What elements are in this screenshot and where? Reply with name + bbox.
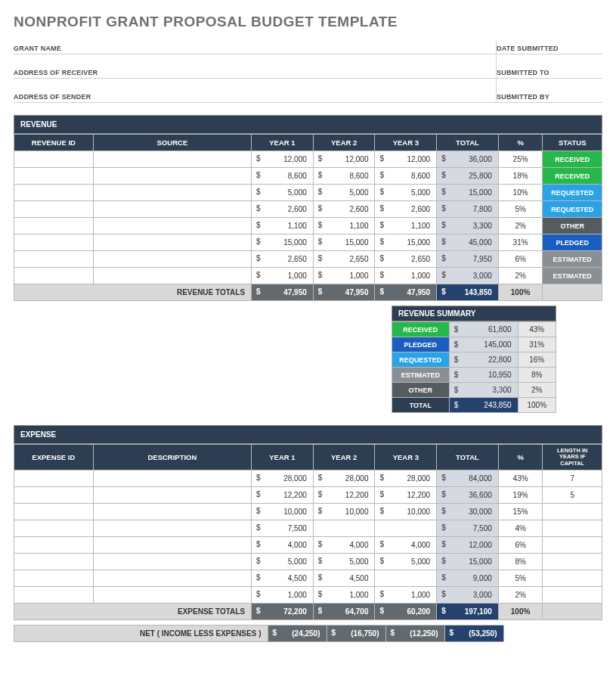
money-cell[interactable]: $3,300 [437,218,499,234]
status-badge[interactable]: REQUESTED [543,201,602,218]
money-cell[interactable]: $8,600 [252,168,314,185]
length-cell[interactable] [543,520,602,536]
money-cell[interactable]: $12,000 [313,151,375,168]
source-cell[interactable] [93,268,251,284]
length-cell[interactable] [543,536,602,553]
money-cell[interactable]: $4,000 [375,536,437,553]
money-cell[interactable]: $12,200 [375,486,437,503]
status-badge[interactable]: OTHER [543,218,602,234]
status-badge[interactable]: ESTIMATED [543,251,602,268]
description-cell[interactable] [93,586,251,603]
money-cell[interactable]: $7,950 [437,251,499,268]
revenue-id-cell[interactable] [14,185,94,201]
length-cell[interactable] [543,503,602,520]
money-cell[interactable]: $1,000 [252,268,314,284]
money-cell[interactable]: $84,000 [437,470,499,486]
expense-id-cell[interactable] [14,536,94,553]
money-cell[interactable]: $7,500 [252,520,314,536]
money-cell[interactable]: $1,000 [375,268,437,284]
money-cell[interactable]: $2,650 [375,251,437,268]
length-cell[interactable]: 5 [543,486,602,503]
money-cell[interactable]: $2,600 [252,201,314,218]
source-cell[interactable] [93,151,251,168]
money-cell[interactable]: $5,000 [252,185,314,201]
length-cell[interactable] [543,586,602,603]
revenue-id-cell[interactable] [14,201,94,218]
money-cell[interactable]: $36,600 [437,486,499,503]
status-badge[interactable]: ESTIMATED [543,268,602,284]
money-cell[interactable]: $8,600 [375,168,437,185]
money-cell[interactable]: $7,800 [437,201,499,218]
money-cell[interactable]: $47,950 [252,284,314,301]
source-cell[interactable] [93,168,251,185]
money-cell[interactable]: $5,000 [375,185,437,201]
money-cell[interactable]: $28,000 [313,470,375,486]
status-badge[interactable]: RECEIVED [543,151,602,168]
money-cell[interactable]: $15,000 [252,234,314,251]
status-badge[interactable]: RECEIVED [543,168,602,185]
money-cell[interactable]: $5,000 [313,553,375,570]
money-cell[interactable]: $2,600 [375,201,437,218]
money-cell[interactable]: $8,600 [313,168,375,185]
money-cell[interactable]: $3,000 [437,268,499,284]
money-cell[interactable]: $(24,250) [268,625,327,641]
expense-id-cell[interactable] [14,520,94,536]
source-cell[interactable] [93,234,251,251]
expense-id-cell[interactable] [14,486,94,503]
expense-id-cell[interactable] [14,586,94,603]
money-cell[interactable]: $36,000 [437,151,499,168]
money-cell[interactable] [313,520,375,536]
money-cell[interactable]: $4,000 [313,536,375,553]
revenue-id-cell[interactable] [14,218,94,234]
description-cell[interactable] [93,553,251,570]
money-cell[interactable]: $15,000 [375,234,437,251]
money-cell[interactable] [375,570,437,586]
money-cell[interactable]: $4,500 [313,570,375,586]
money-cell[interactable]: $12,200 [252,486,314,503]
money-cell[interactable]: $2,600 [313,201,375,218]
description-cell[interactable] [93,536,251,553]
money-cell[interactable]: $47,950 [375,284,437,301]
money-cell[interactable]: $12,000 [437,536,499,553]
money-cell[interactable]: $1,000 [313,268,375,284]
description-cell[interactable] [93,486,251,503]
money-cell[interactable]: $2,650 [313,251,375,268]
money-cell[interactable]: $5,000 [252,553,314,570]
money-cell[interactable]: $4,000 [252,536,314,553]
money-cell[interactable]: $28,000 [252,470,314,486]
money-cell[interactable]: $(12,250) [385,625,444,641]
revenue-id-cell[interactable] [14,234,94,251]
status-badge[interactable]: REQUESTED [543,185,602,201]
money-cell[interactable]: $10,000 [375,503,437,520]
money-cell[interactable]: $15,000 [437,553,499,570]
money-cell[interactable]: $60,200 [375,603,437,619]
expense-id-cell[interactable] [14,503,94,520]
money-cell[interactable]: $5,000 [375,553,437,570]
money-cell[interactable]: $1,000 [375,586,437,603]
money-cell[interactable]: $2,650 [252,251,314,268]
money-cell[interactable]: $10,000 [313,503,375,520]
money-cell[interactable]: $197,100 [437,603,499,619]
source-cell[interactable] [93,251,251,268]
money-cell[interactable]: $143,850 [437,284,499,301]
length-cell[interactable] [543,570,602,586]
length-cell[interactable]: 7 [543,470,602,486]
money-cell[interactable]: $45,000 [437,234,499,251]
money-cell[interactable] [375,520,437,536]
money-cell[interactable]: $12,000 [252,151,314,168]
money-cell[interactable]: $5,000 [313,185,375,201]
money-cell[interactable]: $64,700 [313,603,375,619]
length-cell[interactable] [543,553,602,570]
money-cell[interactable]: $3,000 [437,586,499,603]
source-cell[interactable] [93,218,251,234]
description-cell[interactable] [93,570,251,586]
money-cell[interactable]: $1,100 [313,218,375,234]
revenue-id-cell[interactable] [14,168,94,185]
money-cell[interactable]: $10,000 [252,503,314,520]
expense-id-cell[interactable] [14,553,94,570]
money-cell[interactable]: $1,000 [313,586,375,603]
money-cell[interactable]: $15,000 [437,185,499,201]
money-cell[interactable]: $(53,250) [444,625,503,641]
money-cell[interactable]: $47,950 [313,284,375,301]
source-cell[interactable] [93,185,251,201]
